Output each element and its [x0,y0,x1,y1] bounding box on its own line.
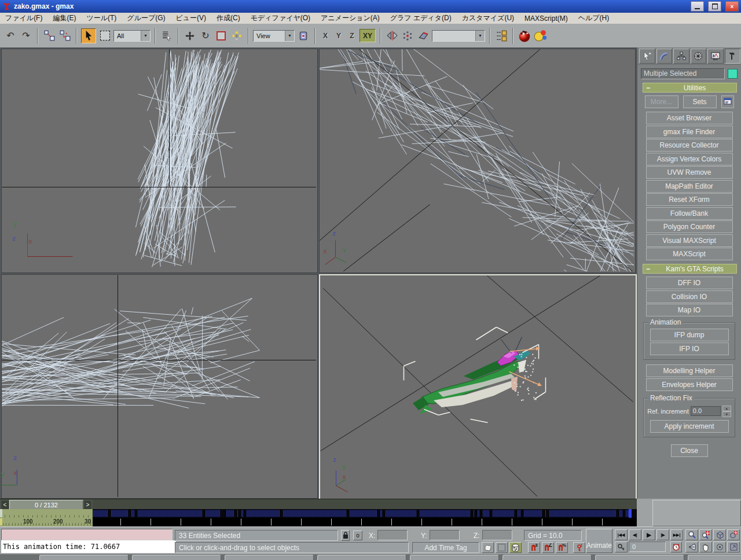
menu-tools[interactable]: ツール(T) [81,13,122,24]
select-object-button[interactable] [81,28,96,43]
tab-modify[interactable] [656,49,673,64]
menu-maxscript[interactable]: MAXScript(M) [519,13,573,24]
utility-polygon-counter-button[interactable]: Polygon Counter [646,220,733,233]
tab-hierarchy[interactable] [673,49,689,64]
coord-system-dropdown[interactable]: View ▼ [253,30,295,42]
add-time-tag-button[interactable]: Add Time Tag [412,542,479,553]
play-button[interactable]: ▶ [643,529,655,540]
y-coord-field[interactable] [430,530,460,540]
degradation-override-toggle[interactable] [509,542,522,553]
absolute-offset-mode-toggle[interactable]: o [353,530,362,540]
tab-motion[interactable] [691,49,707,64]
pan-button[interactable] [699,541,712,552]
apply-increment-button[interactable]: Apply increment [650,420,729,433]
named-selection-sets-dropdown[interactable]: ▼ [432,30,485,42]
maxscript-listener-output[interactable]: This animation time: 71.0667 [1,540,176,553]
kam-rollout-header[interactable]: − Kam's GTA Scripts [643,264,737,274]
snap-toggle-button[interactable]: 3 [528,542,540,553]
dropdown-arrow-icon[interactable]: ▼ [475,31,485,41]
utility-visual-maxscript-button[interactable]: Visual MAXScript [646,234,733,247]
utility-follow-bank-button[interactable]: Follow/Bank [646,207,733,220]
maxscript-listener-input[interactable] [1,529,173,540]
undo-icon[interactable]: ↶ [3,29,17,43]
material-editor-icon[interactable] [518,29,531,43]
mirror-icon[interactable] [385,29,399,43]
utility-assign-vertex-colors-button[interactable]: Assign Vertex Colors [646,153,733,165]
close-rollout-button[interactable]: Close [671,444,708,457]
select-and-link-icon[interactable] [42,29,56,43]
more-button[interactable]: More... [645,95,678,108]
configure-sets-icon[interactable] [721,95,734,108]
utility-mappath-editor-button[interactable]: MapPath Editor [646,180,733,193]
z-coord-field[interactable] [482,530,512,540]
envelopes-helper-button[interactable]: Envelopes Helper [646,378,733,391]
select-and-manipulate-icon[interactable] [230,29,244,43]
field-of-view-button[interactable] [685,541,698,552]
rectangular-selection-region-button[interactable] [98,29,112,43]
utility-asset-browser-button[interactable]: Asset Browser [646,112,733,124]
go-to-start-button[interactable]: |◀◀ [615,529,628,540]
viewport-top-left[interactable]: y z x [1,49,318,273]
next-frame-button[interactable]: |▶ [656,529,669,540]
ifp-dump-button[interactable]: IFP dump [650,329,729,341]
restore-button[interactable] [708,1,721,12]
select-and-move-icon[interactable] [183,29,197,43]
time-slider-next-button[interactable]: > [83,500,92,510]
set-key-button[interactable] [615,541,628,552]
object-color-swatch[interactable] [728,69,738,79]
use-pivot-center-icon[interactable] [296,29,310,43]
utilities-rollout-header[interactable]: − Utilities [643,83,737,93]
utility-uvw-remove-button[interactable]: UVW Remove [646,166,733,179]
utility-resource-collector-button[interactable]: Resource Collector [646,139,733,152]
redo-icon[interactable]: ↷ [19,29,33,43]
animate-button[interactable]: Animate [586,529,612,553]
map-io-button[interactable]: Map IO [646,304,733,316]
selection-name-field[interactable]: Multiple Selected [641,68,725,79]
previous-frame-button[interactable]: ◀| [629,529,641,540]
zoom-extents-all-button[interactable] [727,529,740,540]
track-bar-canvas[interactable] [0,509,637,526]
selection-filter-dropdown[interactable]: All ▼ [113,30,151,42]
time-slider-prev-button[interactable]: < [1,500,9,510]
tab-display[interactable] [707,49,724,64]
utility-maxscript-button[interactable]: MAXScript [646,248,733,260]
minimize-button[interactable] [691,1,704,12]
zoom-all-button[interactable] [699,529,712,540]
spinner-up-icon[interactable]: ▲ [722,406,731,411]
restrict-z-button[interactable]: Z [346,30,358,42]
ifp-io-button[interactable]: IFP IO [650,342,729,355]
menu-group[interactable]: グループ(G) [122,13,170,24]
close-button[interactable]: × [725,1,739,12]
menu-graph-editors[interactable]: グラフ エディタ(D) [385,13,457,24]
viewport-bottom-left[interactable]: z x y [1,274,318,499]
align-icon[interactable] [416,29,430,43]
zoom-button[interactable] [685,529,698,540]
menu-animation[interactable]: アニメーション(A) [316,13,385,24]
restrict-xy-plane-button[interactable]: XY [360,29,376,42]
select-and-scale-icon[interactable] [214,29,228,43]
tab-utilities[interactable] [725,49,741,64]
angle-snap-toggle-button[interactable]: ∠ [542,542,554,553]
menu-file[interactable]: ファイル(F) [0,13,47,24]
utility-gmax-file-finder-button[interactable]: gmax File Finder [646,126,733,138]
selection-region-mode-toggle[interactable] [496,542,508,553]
restrict-y-button[interactable]: Y [333,30,344,42]
edit-named-selections-icon[interactable] [494,29,508,43]
window-crossing-toggle[interactable] [482,542,494,553]
dropdown-arrow-icon[interactable]: ▼ [285,31,294,41]
select-by-name-icon[interactable] [160,29,174,43]
dropdown-arrow-icon[interactable]: ▼ [141,31,150,41]
menu-help[interactable]: ヘルプ(H) [573,13,615,24]
array-icon[interactable] [401,29,414,43]
tab-create[interactable] [639,49,655,64]
restrict-x-button[interactable]: X [320,30,331,42]
min-max-viewport-toggle-button[interactable] [727,541,740,552]
menu-modifiers[interactable]: モディファイヤ(O) [245,13,316,24]
viewport-user-canvas[interactable] [320,49,634,271]
utility-reset-xform-button[interactable]: Reset XForm [646,193,733,206]
go-to-end-button[interactable]: ▶▶| [670,529,683,540]
dff-io-button[interactable]: DFF IO [646,277,733,289]
zoom-extents-button[interactable] [713,529,726,540]
viewport-top-right[interactable]: z x y [319,49,636,273]
menu-edit[interactable]: 編集(E) [47,13,81,24]
